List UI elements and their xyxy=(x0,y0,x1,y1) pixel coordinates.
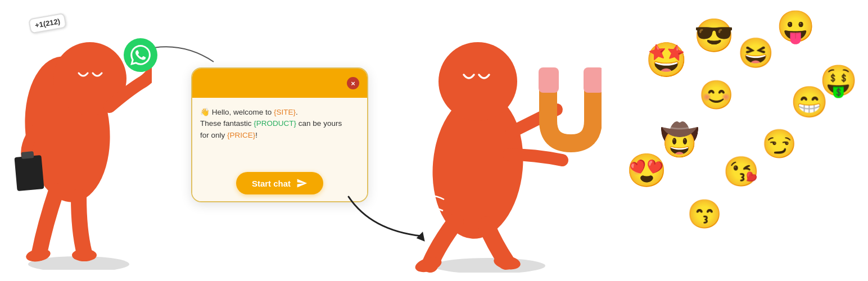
emoji-7: 😍 xyxy=(626,154,667,187)
svg-point-7 xyxy=(72,249,97,261)
product-variable: {PRODUCT} xyxy=(254,119,296,128)
message-emoji: 👋 xyxy=(200,108,210,116)
svg-rect-12 xyxy=(539,67,559,93)
close-button[interactable]: × xyxy=(347,77,359,89)
site-variable: {SITE} xyxy=(274,108,296,116)
main-scene: +1(212) xyxy=(0,0,868,281)
svg-point-9 xyxy=(433,258,545,273)
start-chat-button[interactable]: Start chat xyxy=(236,172,323,194)
svg-rect-13 xyxy=(584,67,602,93)
start-chat-label: Start chat xyxy=(252,179,291,188)
emoji-3: 😆 xyxy=(738,38,774,67)
message-line5: ! xyxy=(255,131,257,139)
price-variable: {PRICE} xyxy=(227,131,255,139)
whatsapp-icon xyxy=(124,38,157,72)
emoji-11: 😙 xyxy=(687,200,722,228)
chat-header: × xyxy=(192,69,367,98)
emoji-9: 😏 xyxy=(762,130,797,158)
message-line1: Hello, welcome to xyxy=(212,108,274,116)
chat-message: 👋 Hello, welcome to {SITE}. These fantas… xyxy=(200,107,359,141)
message-line3: can be yours xyxy=(296,119,342,128)
message-line4: for only xyxy=(200,131,227,139)
right-character xyxy=(399,8,602,273)
emoji-cloud: 😎😛🤩😆😊😁🤠😍😘😏🤑😙 xyxy=(626,6,868,275)
emoji-10: 🤑 xyxy=(820,65,857,96)
svg-rect-4 xyxy=(14,155,44,191)
message-line2: These fantastic xyxy=(200,119,254,128)
emoji-8: 😘 xyxy=(723,157,760,186)
chat-window: × 👋 Hello, welcome to {SITE}. These fant… xyxy=(191,67,368,202)
emoji-6: 🤠 xyxy=(660,124,699,156)
svg-point-11 xyxy=(438,42,517,121)
emoji-2: 🤩 xyxy=(645,43,688,77)
emoji-1: 😛 xyxy=(776,11,815,42)
svg-rect-5 xyxy=(21,151,34,159)
emoji-4: 😊 xyxy=(699,81,734,109)
send-icon xyxy=(296,178,308,189)
emoji-0: 😎 xyxy=(694,19,734,52)
